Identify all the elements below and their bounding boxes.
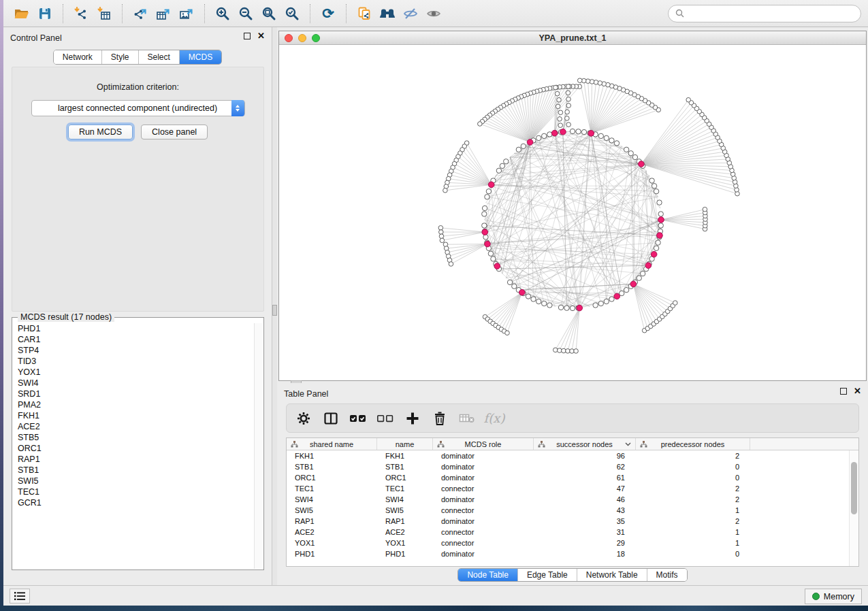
network-node[interactable] — [566, 90, 570, 95]
table-row-ace2[interactable]: ACE2ACE2connector311 — [287, 527, 849, 538]
network-node[interactable] — [488, 251, 493, 256]
network-node[interactable] — [542, 133, 547, 138]
network-node[interactable] — [485, 195, 489, 199]
table-row-swi5[interactable]: SWI5SWI5connector431 — [287, 505, 849, 516]
network-node[interactable] — [521, 144, 526, 148]
network-node[interactable] — [504, 159, 509, 164]
network-node[interactable] — [654, 246, 658, 250]
table-row-tec1[interactable]: TEC1TEC1connector472 — [287, 483, 849, 494]
network-node[interactable] — [512, 284, 517, 288]
result-node-ace2[interactable]: ACE2 — [13, 421, 254, 432]
network-window-titlebar[interactable]: YPA_prune.txt_1 — [279, 31, 866, 45]
table-tab-edge-table[interactable]: Edge Table — [518, 569, 577, 581]
run-mcds-button[interactable]: Run MCDS — [68, 125, 133, 139]
mcds-hub-node[interactable] — [482, 229, 488, 235]
network-node[interactable] — [566, 103, 571, 108]
save-session-icon[interactable] — [33, 3, 57, 24]
split-view-icon[interactable] — [322, 410, 340, 427]
network-node[interactable] — [658, 223, 663, 228]
network-node[interactable] — [564, 306, 569, 310]
table-row-yox1[interactable]: YOX1YOX1connector291 — [287, 538, 849, 548]
memory-button[interactable]: Memory — [805, 589, 862, 604]
network-node[interactable] — [556, 104, 560, 109]
mcds-hub-node[interactable] — [494, 263, 500, 269]
search-box[interactable] — [668, 5, 861, 22]
result-node-stp4[interactable]: STP4 — [13, 345, 254, 356]
column-header-predecessor-nodes[interactable]: predecessor nodes — [636, 438, 750, 450]
network-node[interactable] — [565, 116, 570, 121]
clone-network-icon[interactable] — [353, 3, 376, 24]
result-node-stb5[interactable]: STB5 — [13, 432, 254, 443]
result-node-yox1[interactable]: YOX1 — [13, 367, 254, 378]
network-node[interactable] — [439, 230, 444, 235]
close-panel-icon[interactable]: ✕ — [257, 33, 265, 39]
zoom-out-icon[interactable] — [234, 3, 257, 24]
mcds-hub-node[interactable] — [551, 130, 558, 136]
network-node[interactable] — [637, 276, 641, 280]
network-node[interactable] — [652, 184, 656, 188]
network-node[interactable] — [536, 299, 541, 303]
table-scrollbar[interactable] — [849, 450, 858, 566]
network-node[interactable] — [438, 226, 443, 231]
export-table-icon[interactable] — [152, 3, 175, 24]
mcds-hub-node[interactable] — [527, 139, 533, 146]
close-table-panel-icon[interactable]: ✕ — [854, 388, 861, 395]
network-graph[interactable] — [279, 45, 866, 380]
column-header-shared-name[interactable]: shared name — [287, 438, 377, 450]
network-node[interactable] — [598, 133, 603, 138]
zoom-fit-icon[interactable] — [257, 3, 280, 24]
mcds-hub-node[interactable] — [588, 131, 594, 137]
network-node[interactable] — [628, 151, 633, 156]
network-node[interactable] — [536, 135, 541, 140]
network-node[interactable] — [566, 122, 571, 127]
import-network-icon[interactable] — [69, 3, 93, 24]
mcds-hub-node[interactable] — [614, 293, 620, 299]
table-row-swi4[interactable]: SWI4SWI4dominator462 — [287, 494, 849, 505]
network-node[interactable] — [576, 129, 581, 134]
network-node[interactable] — [658, 212, 663, 216]
task-history-button[interactable] — [10, 589, 30, 604]
result-node-pma2[interactable]: PMA2 — [13, 399, 254, 410]
table-row-rap1[interactable]: RAP1RAP1dominator352 — [287, 516, 849, 527]
result-node-swi4[interactable]: SWI4 — [13, 378, 254, 389]
network-node[interactable] — [577, 78, 582, 83]
table-row-orc1[interactable]: ORC1ORC1dominator610 — [287, 472, 849, 483]
network-node[interactable] — [486, 189, 491, 194]
network-node[interactable] — [478, 122, 483, 127]
table-row-phd1[interactable]: PHD1PHD1dominator180 — [287, 548, 849, 559]
add-column-icon[interactable] — [404, 410, 421, 427]
network-node[interactable] — [614, 141, 619, 146]
vertical-splitter-handle[interactable] — [272, 305, 277, 316]
network-node[interactable] — [593, 303, 598, 308]
network-node[interactable] — [558, 305, 563, 310]
export-network-icon[interactable] — [129, 3, 152, 24]
result-node-fkh1[interactable]: FKH1 — [13, 410, 254, 421]
network-node[interactable] — [439, 234, 444, 239]
network-node[interactable] — [557, 97, 562, 102]
network-node[interactable] — [482, 205, 487, 210]
network-node[interactable] — [657, 200, 662, 205]
network-node[interactable] — [565, 110, 570, 114]
tab-select[interactable]: Select — [139, 50, 180, 64]
mcds-hub-node[interactable] — [645, 263, 652, 269]
network-canvas[interactable] — [279, 45, 866, 380]
column-header-mcds-role[interactable]: MCDS role — [433, 438, 534, 450]
table-tab-network-table[interactable]: Network Table — [577, 569, 647, 581]
column-header-successor-nodes[interactable]: successor nodes — [534, 438, 636, 450]
zoom-selected-icon[interactable] — [280, 3, 304, 24]
import-table-icon[interactable] — [93, 3, 116, 24]
result-node-swi5[interactable]: SWI5 — [13, 476, 254, 486]
export-image-icon[interactable] — [175, 3, 198, 24]
deselect-all-icon[interactable] — [376, 410, 394, 427]
result-node-gcr1[interactable]: GCR1 — [13, 497, 254, 508]
network-node[interactable] — [555, 91, 560, 96]
network-node[interactable] — [483, 235, 488, 240]
network-node[interactable] — [526, 294, 530, 299]
open-file-icon[interactable] — [10, 3, 33, 24]
mcds-result-scrollbar[interactable] — [254, 323, 263, 569]
tab-style[interactable]: Style — [102, 50, 139, 64]
network-node[interactable] — [686, 97, 691, 102]
float-table-panel-icon[interactable] — [840, 388, 847, 395]
network-node[interactable] — [632, 154, 637, 159]
network-node[interactable] — [553, 85, 558, 90]
